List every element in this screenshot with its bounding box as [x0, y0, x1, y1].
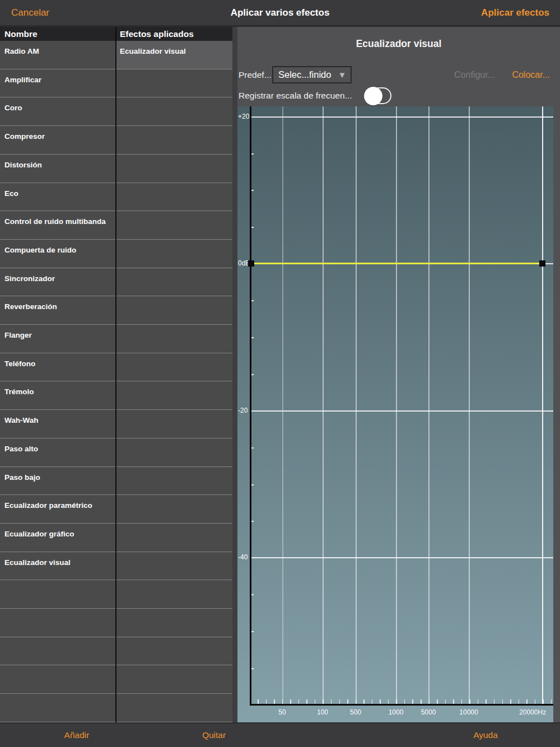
add-button[interactable]: Añadir: [64, 723, 90, 747]
y-axis-line: [250, 106, 251, 705]
x-axis-label: 10000: [459, 708, 478, 716]
effect-name-cell[interactable]: Radio AM: [0, 41, 116, 69]
applied-effects-cell[interactable]: [116, 240, 232, 268]
bottom-bar: Añadir Quitar Ayuda: [0, 722, 560, 747]
place-button[interactable]: Colocar...: [512, 66, 550, 83]
x-minor-tick: [437, 699, 438, 704]
applied-effects-cell[interactable]: [116, 325, 232, 353]
frequency-gridline: [428, 106, 430, 704]
applied-effects-cell[interactable]: [116, 524, 232, 552]
applied-effects-cell[interactable]: [116, 296, 232, 324]
frequency-gridline: [542, 106, 543, 704]
applied-effects-cell[interactable]: [116, 126, 232, 154]
y-minor-tick: [251, 521, 254, 522]
effect-name-cell[interactable]: Paso alto: [0, 438, 116, 466]
effect-name-cell[interactable]: Ecualizador visual: [0, 552, 116, 580]
applied-effects-cell[interactable]: [116, 694, 232, 722]
x-minor-tick: [510, 699, 511, 704]
x-axis-label: 100: [317, 708, 328, 716]
help-button[interactable]: Ayuda: [473, 723, 498, 747]
effect-name-cell[interactable]: Reverberación: [0, 296, 116, 324]
y-minor-tick: [251, 631, 254, 632]
effect-name-cell[interactable]: [0, 609, 116, 637]
x-minor-tick: [298, 699, 300, 704]
effect-name-cell[interactable]: Amplificar: [0, 69, 116, 97]
applied-effects-cell[interactable]: [116, 97, 232, 125]
effect-name-cell[interactable]: Paso bajo: [0, 467, 116, 495]
eq-curve[interactable]: [251, 263, 542, 264]
effect-name-cell[interactable]: [0, 665, 116, 693]
remove-button[interactable]: Quitar: [202, 723, 226, 747]
x-minor-tick: [543, 699, 544, 704]
apply-effects-button[interactable]: Aplicar efectos: [481, 0, 549, 25]
frequency-gridline: [323, 106, 324, 704]
effect-name-cell[interactable]: Wah-Wah: [0, 410, 116, 438]
top-bar: Cancelar Aplicar varios efectos Aplicar …: [0, 0, 560, 27]
x-axis-label: 1000: [389, 708, 404, 716]
x-minor-tick: [347, 699, 348, 704]
applied-effects-cell[interactable]: [116, 155, 232, 183]
effect-name-cell[interactable]: Control de ruido multibanda: [0, 211, 116, 239]
effect-name-cell[interactable]: Flanger: [0, 325, 116, 353]
applied-effects-cell[interactable]: [116, 69, 232, 97]
y-axis-label: -40: [238, 553, 248, 561]
applied-effects-cell[interactable]: [116, 467, 232, 495]
equalizer-graph[interactable]: 50100500100050001000020000Hz+200dB-20-40: [237, 106, 553, 722]
effect-name-cell[interactable]: Eco: [0, 183, 116, 211]
applied-effects-cell[interactable]: [116, 183, 232, 211]
x-minor-tick: [306, 699, 307, 704]
applied-effects-cell[interactable]: [116, 268, 232, 296]
applied-effects-cell[interactable]: [116, 552, 232, 580]
column-divider: [115, 27, 116, 722]
x-minor-tick: [372, 699, 373, 704]
x-minor-tick: [526, 699, 528, 704]
x-minor-tick: [323, 699, 324, 704]
applied-effects-cell[interactable]: [116, 580, 232, 608]
x-minor-tick: [258, 699, 259, 704]
eq-handle-right[interactable]: [539, 260, 545, 267]
y-minor-tick: [251, 337, 254, 338]
effect-name-cell[interactable]: [0, 580, 116, 608]
x-minor-tick: [478, 699, 479, 704]
x-minor-tick: [412, 699, 413, 704]
y-minor-tick: [251, 153, 254, 155]
applied-effects-cell[interactable]: Ecualizador visual: [116, 41, 232, 69]
effect-name-cell[interactable]: Coro: [0, 97, 116, 125]
preset-dropdown[interactable]: Selec...finido ▼: [272, 66, 352, 83]
applied-effects-cell[interactable]: [116, 637, 232, 665]
effect-name-cell[interactable]: Distorsión: [0, 155, 116, 183]
applied-effects-cell[interactable]: [116, 211, 232, 239]
configure-button[interactable]: Configur...: [454, 66, 495, 83]
x-minor-tick: [274, 699, 275, 704]
applied-effects-cell[interactable]: [116, 665, 232, 693]
x-minor-tick: [535, 699, 536, 704]
y-minor-tick: [251, 227, 254, 228]
y-minor-tick: [251, 374, 254, 375]
applied-effects-cell[interactable]: [116, 381, 232, 409]
applied-effects-cell[interactable]: [116, 353, 232, 381]
apply-effects-dialog: Cancelar Aplicar varios efectos Aplicar …: [0, 0, 560, 747]
applied-effects-cell[interactable]: [116, 495, 232, 523]
eq-handle-left[interactable]: [248, 260, 254, 267]
x-axis-label: 5000: [421, 708, 436, 716]
effect-name-cell[interactable]: Teléfono: [0, 353, 116, 381]
applied-effects-cell[interactable]: [116, 609, 232, 637]
effect-name-cell[interactable]: Trémolo: [0, 381, 116, 409]
effect-name-cell[interactable]: Sincronizador: [0, 268, 116, 296]
log-scale-toggle[interactable]: [365, 87, 391, 104]
effect-name-cell[interactable]: Compuerta de ruido: [0, 240, 116, 268]
applied-effects-cell[interactable]: [116, 438, 232, 466]
x-minor-tick: [315, 699, 316, 704]
effect-name-cell[interactable]: Ecualizador paramétrico: [0, 495, 116, 523]
x-minor-tick: [356, 699, 357, 704]
toggle-knob[interactable]: [364, 87, 382, 105]
x-minor-tick: [380, 699, 381, 704]
applied-effects-cell[interactable]: [116, 410, 232, 438]
effect-name-cell[interactable]: [0, 694, 116, 722]
effect-name-cell[interactable]: Compresor: [0, 126, 116, 154]
y-minor-tick: [251, 300, 254, 301]
frequency-gridline: [396, 106, 397, 704]
effect-name-cell[interactable]: Ecualizador gráfico: [0, 524, 116, 552]
x-minor-tick: [331, 699, 332, 704]
effect-name-cell[interactable]: [0, 637, 116, 665]
